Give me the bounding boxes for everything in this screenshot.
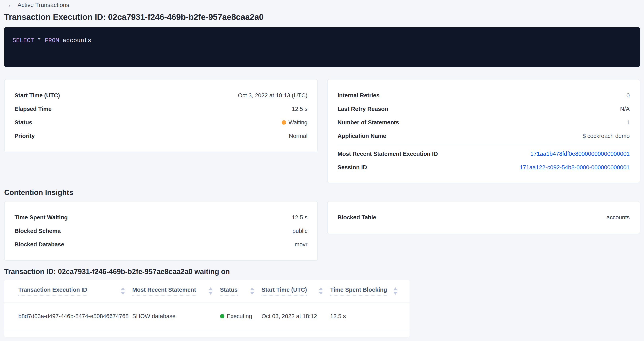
sort-down-icon: [208, 292, 213, 295]
summary-row-application-name: Application Name $ cockroach demo: [338, 129, 630, 143]
contention-insights-heading: Contention Insights: [4, 188, 73, 197]
waiting-status-dot-icon: [282, 120, 286, 125]
priority-value: Normal: [289, 133, 308, 139]
contention-row-blocked-database: Blocked Database movr: [14, 238, 308, 251]
sort-down-icon: [250, 292, 254, 295]
summary-card-divider: [338, 145, 630, 145]
executing-status-dot-icon: [220, 314, 224, 318]
elapsed-time-label: Elapsed Time: [14, 106, 52, 112]
sql-table-name: accounts: [59, 37, 91, 44]
sql-statement-box: SELECT * FROM accounts: [4, 27, 640, 67]
summary-row-elapsed-time: Elapsed Time 12.5 s: [14, 102, 308, 116]
cell-status-text: Executing: [227, 313, 252, 320]
blocked-schema-value: public: [292, 228, 308, 234]
sort-icon: [208, 287, 213, 295]
summary-row-last-retry-reason: Last Retry Reason N/A: [338, 102, 630, 116]
most-recent-statement-execution-id-link[interactable]: 171aa1b478fdf0e80000000000000001: [530, 151, 630, 157]
blocked-table-label: Blocked Table: [338, 214, 376, 221]
last-retry-reason-value: N/A: [620, 106, 630, 112]
page-title: Transaction Execution ID: 02ca7931-f246-…: [4, 12, 264, 22]
sort-up-icon: [208, 287, 213, 290]
start-time-value: Oct 3, 2022 at 18:13 (UTC): [238, 92, 308, 99]
sql-keyword-select: SELECT: [12, 37, 34, 44]
session-id-label: Session ID: [338, 164, 367, 171]
cell-start-time: Oct 03, 2022 at 18:12: [262, 313, 330, 320]
sort-up-icon: [393, 287, 398, 290]
blocked-database-value: movr: [295, 241, 308, 248]
application-name-label: Application Name: [338, 133, 386, 139]
column-header-status[interactable]: Status: [220, 287, 262, 296]
cell-most-recent-statement: SHOW database: [132, 313, 220, 320]
time-spent-waiting-value: 12.5 s: [292, 214, 308, 221]
priority-label: Priority: [14, 133, 35, 139]
contention-card-left: Time Spent Waiting 12.5 s Blocked Schema…: [4, 201, 318, 261]
sql-keyword-from: FROM: [45, 37, 59, 44]
back-link-label: Active Transactions: [18, 1, 69, 8]
time-spent-waiting-label: Time Spent Waiting: [14, 214, 68, 221]
blocked-database-label: Blocked Database: [14, 241, 64, 248]
waiting-on-table: Transaction Execution ID Most Recent Sta…: [4, 280, 410, 337]
summary-card-left: Start Time (UTC) Oct 3, 2022 at 18:13 (U…: [4, 79, 318, 152]
sort-icon: [121, 287, 125, 295]
summary-row-priority: Priority Normal: [14, 129, 308, 143]
contention-row-blocked-schema: Blocked Schema public: [14, 224, 308, 238]
summary-row-status: Status Waiting: [14, 116, 308, 129]
sort-up-icon: [318, 287, 323, 290]
number-of-statements-value: 1: [626, 119, 630, 126]
last-retry-reason-label: Last Retry Reason: [338, 106, 388, 112]
cell-status: Executing: [220, 313, 262, 320]
status-text: Waiting: [288, 119, 308, 126]
internal-retries-label: Internal Retries: [338, 92, 380, 99]
back-to-active-transactions-link[interactable]: ← Active Transactions: [7, 1, 69, 8]
sql-operator: *: [34, 37, 45, 44]
column-header-start-time[interactable]: Start Time (UTC): [262, 287, 330, 296]
status-label: Status: [14, 119, 32, 126]
summary-row-most-recent-statement-execution-id: Most Recent Statement Execution ID 171aa…: [338, 147, 630, 161]
cell-time-spent-blocking: 12.5 s: [330, 313, 405, 320]
session-id-link[interactable]: 171aa122-c092-54b8-0000-000000000001: [520, 164, 630, 171]
sort-down-icon: [121, 292, 125, 295]
sort-icon: [393, 287, 398, 295]
contention-row-blocked-table: Blocked Table accounts: [338, 211, 630, 224]
elapsed-time-value: 12.5 s: [292, 106, 308, 112]
number-of-statements-label: Number of Statements: [338, 119, 399, 126]
summary-row-internal-retries: Internal Retries 0: [338, 89, 630, 102]
blocked-schema-label: Blocked Schema: [14, 228, 61, 234]
start-time-label: Start Time (UTC): [14, 92, 60, 99]
table-row: b8d7d03a-d497-446b-8474-e50846674768 SHO…: [4, 303, 410, 330]
waiting-on-table-header: Transaction Execution ID Most Recent Sta…: [4, 280, 410, 303]
sort-icon: [318, 287, 323, 295]
contention-card-right: Blocked Table accounts: [327, 201, 640, 234]
summary-card-right: Internal Retries 0 Last Retry Reason N/A…: [327, 79, 640, 183]
column-header-most-recent-statement[interactable]: Most Recent Statement: [132, 287, 220, 296]
summary-row-number-of-statements: Number of Statements 1: [338, 116, 630, 129]
application-name-value: $ cockroach demo: [582, 133, 630, 139]
internal-retries-value: 0: [626, 92, 630, 99]
summary-row-start-time: Start Time (UTC) Oct 3, 2022 at 18:13 (U…: [14, 89, 308, 102]
waiting-on-heading: Transaction ID: 02ca7931-f246-469b-b2fe-…: [4, 268, 230, 276]
sort-down-icon: [393, 292, 398, 295]
column-header-transaction-execution-id[interactable]: Transaction Execution ID: [18, 287, 132, 296]
blocked-table-value: accounts: [606, 214, 630, 221]
back-arrow-icon: ←: [7, 1, 14, 8]
status-value: Waiting: [282, 119, 308, 126]
column-header-time-spent-blocking[interactable]: Time Spent Blocking: [330, 287, 405, 296]
sort-icon: [250, 287, 254, 295]
sort-up-icon: [250, 287, 254, 290]
sort-up-icon: [121, 287, 125, 290]
cell-transaction-execution-id: b8d7d03a-d497-446b-8474-e50846674768: [18, 313, 132, 320]
summary-row-session-id: Session ID 171aa122-c092-54b8-0000-00000…: [338, 161, 630, 174]
sort-down-icon: [318, 292, 323, 295]
contention-row-time-spent-waiting: Time Spent Waiting 12.5 s: [14, 211, 308, 224]
sql-statement: SELECT * FROM accounts: [12, 37, 640, 44]
most-recent-statement-execution-id-label: Most Recent Statement Execution ID: [338, 151, 438, 157]
